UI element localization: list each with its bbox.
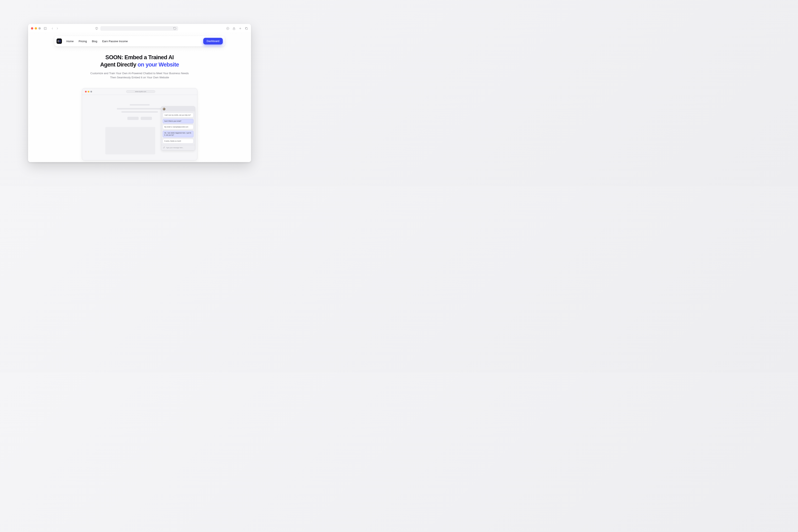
tabs-overview-icon[interactable] bbox=[245, 27, 248, 30]
logo-c: C bbox=[58, 40, 59, 42]
chat-bubble-user: My email is: example@provider.com bbox=[163, 125, 193, 129]
traffic-light-maximize-icon[interactable] bbox=[38, 27, 41, 30]
sidebar-toggle-icon[interactable] bbox=[44, 27, 47, 30]
new-tab-icon[interactable] bbox=[239, 27, 242, 30]
hero-title-line2-plain: Agent Directly bbox=[100, 61, 137, 68]
mockup-chrome: www.mysite.com bbox=[82, 88, 197, 95]
mockup-minimize-icon bbox=[88, 91, 89, 93]
hero-title-accent: on your Website bbox=[137, 61, 179, 68]
downloads-icon[interactable] bbox=[226, 27, 229, 30]
svg-rect-0 bbox=[44, 27, 46, 30]
traffic-light-minimize-icon[interactable] bbox=[35, 27, 37, 30]
skeleton-button bbox=[141, 117, 152, 120]
browser-window: CX Home Pricing Blog Earn Passive Income… bbox=[28, 24, 251, 162]
url-bar[interactable] bbox=[100, 26, 178, 31]
logo[interactable]: CX bbox=[57, 38, 62, 44]
attachment-icon[interactable] bbox=[163, 146, 165, 149]
chat-body: I can't use my credits, can you help me?… bbox=[161, 111, 195, 145]
chat-header bbox=[161, 107, 195, 111]
nav-arrows bbox=[51, 27, 59, 30]
hero-sub-line1: Customize and Train Your Own AI-Powered … bbox=[90, 72, 189, 75]
hero-sub-line2: Then Seamlessly Embed It on Your Own Web… bbox=[110, 76, 169, 79]
skeleton-button bbox=[127, 117, 139, 120]
nav-link-home[interactable]: Home bbox=[66, 40, 74, 43]
svg-rect-8 bbox=[246, 27, 248, 30]
back-icon[interactable] bbox=[51, 27, 54, 30]
avatar-icon bbox=[163, 108, 166, 110]
nav-link-earn[interactable]: Earn Passive Income bbox=[102, 40, 128, 43]
nav-links: Home Pricing Blog Earn Passive Income bbox=[66, 40, 128, 43]
logo-x: X bbox=[59, 40, 61, 42]
chat-bubble-user: It works, thanks so much! bbox=[163, 139, 193, 144]
hero-title-line1: SOON: Embed a Trained AI bbox=[106, 54, 174, 60]
browser-chrome bbox=[28, 24, 251, 33]
skeleton-panel bbox=[106, 127, 155, 154]
chat-input[interactable]: Type your message here... bbox=[161, 145, 195, 150]
page-content: CX Home Pricing Blog Earn Passive Income… bbox=[28, 33, 251, 162]
mockup-maximize-icon bbox=[90, 91, 92, 93]
hero: SOON: Embed a Trained AI Agent Directly … bbox=[34, 54, 245, 79]
nav-link-blog[interactable]: Blog bbox=[92, 40, 97, 43]
share-icon[interactable] bbox=[232, 27, 236, 30]
chat-bubble-agent: Sure! What is your email? bbox=[163, 119, 193, 124]
mockup-body: I can't use my credits, can you help me?… bbox=[82, 95, 197, 160]
skeleton-line bbox=[130, 104, 150, 106]
chat-widget: I can't use my credits, can you help me?… bbox=[161, 106, 195, 150]
refresh-icon[interactable] bbox=[173, 27, 176, 30]
url-area bbox=[95, 26, 178, 31]
hero-subtitle: Customize and Train Your Own AI-Powered … bbox=[81, 71, 198, 79]
forward-icon[interactable] bbox=[56, 27, 59, 30]
dashboard-button[interactable]: Dashboard bbox=[203, 38, 223, 44]
shield-icon[interactable] bbox=[95, 27, 98, 30]
hero-title: SOON: Embed a Trained AI Agent Directly … bbox=[34, 54, 245, 69]
skeleton-line bbox=[117, 108, 163, 110]
traffic-lights bbox=[31, 27, 41, 30]
chrome-right-icons bbox=[226, 27, 248, 30]
chat-bubble-user: I can't use my credits, can you help me? bbox=[163, 113, 193, 117]
traffic-light-close-icon[interactable] bbox=[31, 27, 33, 30]
mockup-url-bar: www.mysite.com bbox=[126, 90, 155, 93]
mockup-traffic-lights bbox=[85, 91, 92, 93]
chat-bubble-agent: Ok, I see what's happened here. I just f… bbox=[163, 131, 193, 137]
mockup-close-icon bbox=[85, 91, 87, 93]
skeleton-line bbox=[121, 111, 158, 113]
site-nav: CX Home Pricing Blog Earn Passive Income… bbox=[54, 36, 225, 46]
chat-input-placeholder: Type your message here... bbox=[166, 147, 184, 149]
embed-mockup: www.mysite.com bbox=[82, 88, 197, 160]
nav-link-pricing[interactable]: Pricing bbox=[79, 40, 87, 43]
